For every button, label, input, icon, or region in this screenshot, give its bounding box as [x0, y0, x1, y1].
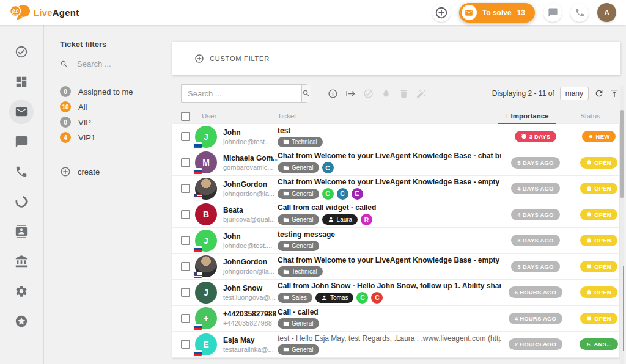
department-tag[interactable]: Technical	[278, 266, 323, 277]
status-pill[interactable]: OPEN	[580, 235, 617, 246]
column-status[interactable]: Status	[561, 112, 619, 120]
row-checkbox[interactable]	[181, 314, 190, 323]
custom-filter-button[interactable]: CUSTOM FILTER	[194, 54, 270, 64]
filter-item-vip1[interactable]: 4 VIP1	[60, 132, 171, 143]
status-pill[interactable]: OPEN	[580, 313, 617, 324]
folder-icon	[283, 242, 289, 249]
filter-item-assigned-to-me[interactable]: 0 Assigned to me	[60, 86, 171, 97]
status-pill[interactable]: OPEN	[580, 209, 617, 220]
column-user[interactable]: User	[202, 112, 278, 120]
row-checkbox[interactable]	[181, 288, 190, 297]
user-email: johndoe@test....	[223, 242, 278, 249]
row-checkbox[interactable]	[181, 210, 190, 219]
filter-search-input[interactable]	[76, 59, 149, 69]
column-importance[interactable]: ↑ Importance	[493, 112, 561, 120]
to-solve-button[interactable]: To solve 13	[459, 3, 535, 23]
agent-tag[interactable]: Laura	[322, 214, 358, 225]
create-label: create	[78, 167, 100, 177]
row-checkbox[interactable]	[181, 184, 190, 193]
department-tag[interactable]: General	[278, 189, 319, 199]
row-checkbox[interactable]	[181, 132, 190, 141]
status-pill[interactable]: NEW	[582, 131, 616, 142]
sidebar-item-company[interactable]	[9, 249, 34, 274]
nav-rail	[0, 25, 43, 364]
person-icon	[328, 216, 334, 223]
sidebar-item-social[interactable]	[9, 189, 34, 214]
row-checkbox[interactable]	[181, 158, 190, 167]
filter-item-vip[interactable]: 0 VIP	[60, 117, 171, 128]
importance-cell: 3 DAYS	[501, 131, 570, 142]
filter-item-all[interactable]: 10 All	[60, 101, 171, 112]
status-pill[interactable]: OPEN	[580, 261, 617, 272]
resolve-button[interactable]	[363, 89, 374, 99]
initial-tag[interactable]: C	[371, 292, 383, 304]
ticket-search-input[interactable]	[182, 85, 301, 102]
search-icon	[60, 60, 68, 68]
sidebar-item-dashboard[interactable]	[9, 70, 34, 94]
status-pill[interactable]: OPEN	[580, 157, 617, 169]
chats-button[interactable]	[543, 4, 562, 22]
row-checkbox[interactable]	[181, 340, 190, 349]
folder-icon	[283, 217, 289, 223]
initial-tag[interactable]: C	[322, 188, 334, 200]
status-pill[interactable]: ANS...	[580, 338, 617, 350]
initial-tag[interactable]: R	[361, 214, 372, 225]
table-row[interactable]: BBeatabjuricova@qual...Call from call wi…	[172, 202, 619, 228]
collapse-top-button[interactable]	[609, 89, 619, 98]
sidebar-item-resolve[interactable]	[9, 40, 34, 64]
spam-button[interactable]	[381, 89, 391, 99]
department-tag[interactable]: General	[278, 318, 319, 329]
table-row[interactable]: JohnGordonjohngordon@la...Chat from Welc…	[172, 254, 619, 280]
row-checkbox[interactable]	[181, 236, 190, 245]
column-ticket[interactable]: Ticket	[278, 112, 493, 120]
sidebar-item-tickets[interactable]	[9, 100, 34, 124]
sidebar-item-chats[interactable]	[9, 129, 34, 154]
agent-tag[interactable]: Tomas	[315, 293, 353, 303]
department-tag[interactable]: General	[278, 162, 319, 173]
table-row[interactable]: JJohnjohndoe@test....testing messageGene…	[172, 228, 619, 254]
scrollbar-thumb[interactable]	[620, 110, 624, 198]
table-row[interactable]: ++442035827988+442035827988Call - called…	[172, 306, 619, 332]
sidebar-item-settings[interactable]	[9, 279, 34, 304]
sidebar-item-contacts[interactable]	[9, 219, 34, 244]
row-checkbox[interactable]	[181, 262, 190, 271]
sidebar-item-calls[interactable]	[9, 159, 34, 184]
department-tag[interactable]: Technical	[278, 137, 323, 147]
initial-tag[interactable]: C	[337, 188, 348, 200]
liveagent-logo[interactable]: @ LiveAgent	[10, 4, 79, 21]
count-badge: 4	[60, 132, 71, 143]
select-all-checkbox[interactable]	[181, 112, 190, 121]
search-button[interactable]	[301, 85, 311, 102]
table-row[interactable]: EEsja Maytestauralinka@...test - Hello E…	[172, 332, 619, 358]
department-tag[interactable]: General	[278, 214, 319, 225]
table-row[interactable]: JJohn Snowtest.luongova@...Call from Joh…	[172, 280, 619, 306]
status-pill[interactable]: OPEN	[580, 183, 617, 194]
user-name: John	[223, 232, 278, 241]
add-new-button[interactable]	[432, 4, 451, 22]
merge-button[interactable]	[416, 89, 427, 99]
table-row[interactable]: JohnGordonjohngordon@la...Chat from Welc…	[172, 176, 619, 202]
count-selector[interactable]: many	[560, 87, 589, 100]
refresh-button[interactable]	[594, 89, 604, 98]
table-row[interactable]: MMichaela Gom...gombarovamic...Chat from…	[172, 150, 619, 177]
initial-tag[interactable]: C	[322, 162, 334, 173]
importance-pill: 3 DAYS AGO	[511, 235, 559, 246]
forward-button[interactable]	[345, 89, 356, 99]
create-filter-button[interactable]: create	[60, 166, 171, 177]
importance-pill: 5 HOURS AGO	[509, 286, 562, 298]
initial-tag[interactable]: E	[352, 188, 363, 200]
department-tag[interactable]: Sales	[278, 293, 312, 303]
status-pill[interactable]: OPEN	[580, 286, 617, 298]
calls-button[interactable]	[570, 4, 589, 22]
department-tag[interactable]: General	[278, 344, 319, 355]
delete-button[interactable]	[399, 89, 409, 99]
sidebar-item-gamification[interactable]	[9, 309, 34, 333]
info-button[interactable]	[328, 89, 338, 99]
table-row[interactable]: JJohnjohndoe@test....testTechnical3 DAYS…	[172, 124, 619, 150]
importance-cell: 4 HOURS AGO	[501, 313, 570, 324]
initial-tag[interactable]: C	[356, 292, 368, 304]
to-solve-label: To solve	[482, 9, 512, 17]
user-avatar[interactable]: A	[597, 3, 616, 22]
department-tag[interactable]: General	[278, 241, 319, 251]
filter-search[interactable]	[60, 59, 153, 75]
